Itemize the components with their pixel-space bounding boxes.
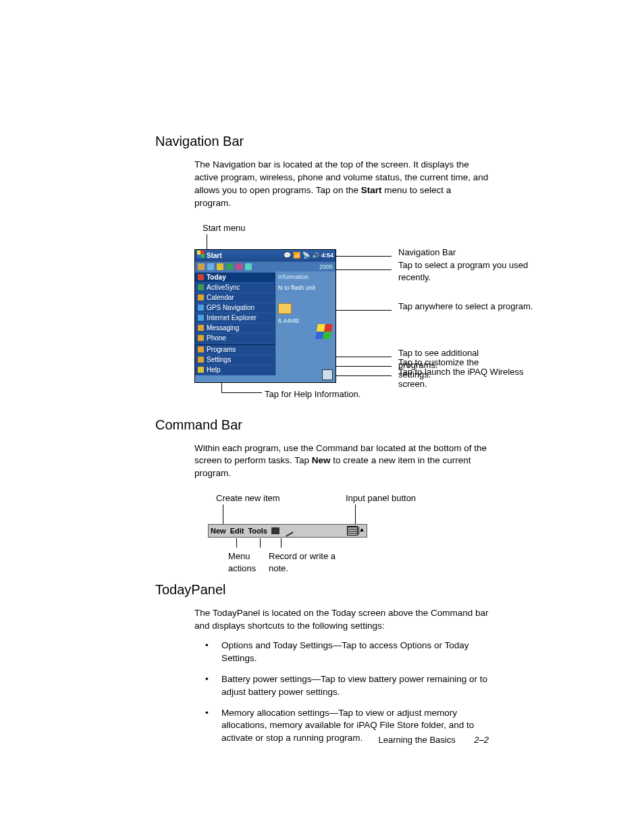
mru-icon bbox=[236, 263, 242, 270]
wireless-icon bbox=[322, 369, 333, 380]
mru-icon bbox=[245, 263, 252, 270]
menu-item-help: Help bbox=[195, 365, 275, 375]
menu-label: ActiveSync bbox=[207, 283, 240, 292]
callout-recent: Tap to select a program you used recentl… bbox=[398, 259, 547, 284]
mru-icon bbox=[226, 263, 233, 270]
menu-item-programs: Programs bbox=[195, 345, 275, 355]
footer-page: 2–2 bbox=[474, 735, 489, 745]
activesync-icon bbox=[198, 284, 204, 290]
up-arrow-icon bbox=[358, 527, 365, 535]
label-menu-actions: Menu actions bbox=[228, 550, 269, 575]
leader bbox=[221, 392, 262, 393]
today-icon bbox=[198, 274, 204, 280]
menu-item-today: Today bbox=[195, 273, 275, 283]
settings-icon bbox=[198, 357, 204, 363]
bullet-item: Battery power settings—Tap to view batte… bbox=[213, 673, 489, 699]
signal-icon: 📶 bbox=[293, 252, 300, 259]
camera-icon bbox=[271, 527, 279, 534]
navbar-paragraph: The Navigation bar is located at the top… bbox=[194, 159, 489, 210]
menu-item-calendar: Calendar bbox=[195, 293, 275, 303]
folder-icon bbox=[278, 303, 292, 314]
label-record-note: Record or write a note. bbox=[269, 550, 343, 575]
year-text: 2005 bbox=[319, 263, 333, 271]
footer-chapter: Learning the Basics bbox=[378, 735, 455, 745]
menu-item-phone: Phone bbox=[195, 334, 275, 344]
menu-label: Calendar bbox=[207, 293, 234, 303]
heading-navigation-bar: Navigation Bar bbox=[155, 132, 489, 151]
menu-label: Internet Explorer bbox=[207, 313, 257, 323]
menu-item-activesync: ActiveSync bbox=[195, 283, 275, 293]
status-icons: 💬📶📡🔊4:54 bbox=[281, 251, 333, 260]
bullet-item: Options and Today Settings—Tap to access… bbox=[213, 640, 489, 665]
info-text: Information bbox=[278, 273, 333, 282]
menu-label: Programs bbox=[207, 345, 236, 355]
pda-body: Information N to flash unit 6.44MB bbox=[275, 271, 336, 382]
start-bold: Start bbox=[361, 185, 382, 195]
menu-label: Settings bbox=[207, 355, 231, 365]
windows-logo-icon bbox=[315, 324, 333, 339]
antenna-icon: 📡 bbox=[302, 252, 310, 259]
new-bold: New bbox=[312, 455, 331, 465]
messaging-icon bbox=[198, 325, 204, 331]
phone-icon bbox=[198, 335, 204, 341]
callout-navbar: Navigation Bar bbox=[398, 246, 456, 259]
programs-icon bbox=[198, 346, 204, 353]
windows-flag-icon bbox=[197, 251, 205, 258]
clock-text: 4:54 bbox=[321, 252, 333, 259]
ie-icon bbox=[198, 315, 204, 321]
todaypanel-paragraph: The TodayPanel is located on the Today s… bbox=[194, 607, 489, 633]
heading-command-bar: Command Bar bbox=[155, 415, 489, 434]
leader-line bbox=[355, 504, 356, 525]
help-icon bbox=[198, 367, 204, 373]
callout-help: Tap for Help Information. bbox=[265, 388, 360, 400]
menu-label: Phone bbox=[207, 334, 226, 343]
keyboard-icon bbox=[347, 526, 358, 536]
menu-item-ie: Internet Explorer bbox=[195, 313, 275, 323]
callout-wireless: Tap to launch the iPAQ Wireless screen. bbox=[398, 366, 547, 390]
flash-text: N to flash unit bbox=[278, 284, 333, 292]
label-input-panel: Input panel button bbox=[346, 492, 416, 504]
gps-icon bbox=[198, 305, 204, 311]
leader-line bbox=[207, 234, 207, 249]
menu-label: Help bbox=[207, 365, 221, 375]
callout-anywhere: Tap anywhere to select a program. bbox=[398, 301, 560, 313]
page-footer: Learning the Basics 2–2 bbox=[378, 734, 489, 746]
pda-start-menu: Today ActiveSync Calendar GPS Navigation… bbox=[195, 273, 275, 375]
mru-icon bbox=[207, 263, 214, 270]
pda-navbar: Start 💬📶📡🔊4:54 bbox=[195, 250, 336, 261]
leader-line bbox=[281, 538, 281, 548]
cmd-edit: Edit bbox=[230, 526, 244, 536]
volume-icon: 🔊 bbox=[312, 252, 319, 259]
start-button: Start bbox=[207, 252, 222, 259]
leader-line bbox=[223, 504, 223, 525]
todaypanel-bullets: Options and Today Settings—Tap to access… bbox=[194, 640, 489, 745]
chat-icon: 💬 bbox=[284, 252, 291, 259]
cmdbar-diagram: Create new item Input panel button New E… bbox=[194, 492, 489, 580]
leader-line bbox=[236, 538, 237, 548]
menu-label: Today bbox=[207, 273, 226, 282]
heading-todaypanel: TodayPanel bbox=[155, 580, 489, 599]
leader-line bbox=[260, 538, 261, 548]
mru-icon bbox=[198, 263, 205, 270]
label-start-menu: Start menu bbox=[203, 222, 246, 234]
command-bar: New Edit Tools bbox=[208, 524, 367, 538]
calendar-icon bbox=[198, 294, 204, 301]
cmd-tools: Tools bbox=[248, 526, 267, 536]
pen-icon bbox=[281, 525, 293, 537]
leader bbox=[221, 383, 222, 392]
menu-item-settings: Settings bbox=[195, 355, 275, 365]
menu-item-messaging: Messaging bbox=[195, 323, 275, 334]
manual-page: Navigation Bar The Navigation bar is loc… bbox=[0, 0, 644, 834]
pda-screenshot: Start 💬📶📡🔊4:54 2005 Today ActiveSync Cal… bbox=[194, 249, 336, 383]
cmd-new: New bbox=[211, 526, 226, 536]
navbar-diagram: Start menu Start 💬📶📡🔊4:54 2005 Today Act… bbox=[194, 222, 489, 398]
menu-label: Messaging bbox=[207, 323, 239, 333]
label-create-new: Create new item bbox=[216, 492, 280, 504]
cmdbar-paragraph: Within each program, use the Command bar… bbox=[194, 442, 489, 481]
mru-icon bbox=[217, 263, 223, 270]
menu-item-gps: GPS Navigation bbox=[195, 303, 275, 313]
menu-label: GPS Navigation bbox=[207, 303, 254, 313]
